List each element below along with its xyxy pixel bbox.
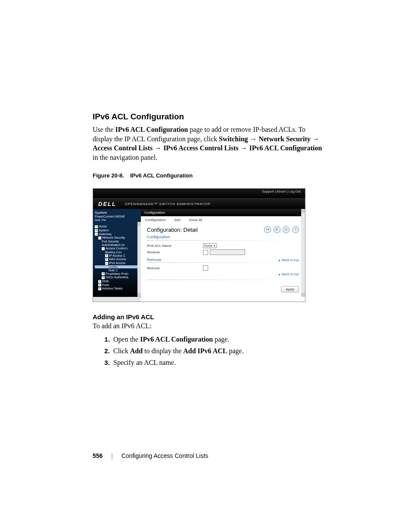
subsection-heading: Adding an IPv6 ACL [93, 313, 325, 320]
app-title: OPENMANAGE™ SWITCH ADMINISTRATOR [125, 202, 210, 206]
step-3: Specify an ACL name. [112, 358, 325, 368]
expand-icon[interactable]: + [105, 254, 108, 257]
collapse-icon[interactable]: – [105, 262, 108, 265]
sidebar-item-system[interactable]: +System [95, 229, 140, 232]
dell-logo: DELL [98, 201, 116, 207]
arrow-icon: → [311, 135, 319, 143]
breadcrumb: Configuration [141, 209, 305, 216]
section-paragraph: Use the IPv6 ACL Configuration page to a… [93, 125, 325, 162]
sidebar-item-binding[interactable]: Binding Con [95, 251, 140, 254]
figure-caption: Figure 20-8.IPv6 ACL Configuration [93, 172, 325, 179]
section-heading: IPv6 ACL Configuration [93, 112, 325, 121]
nav-step: Network Security [258, 135, 310, 143]
sidebar-item-rulec[interactable]: Rule C [95, 269, 140, 272]
sidebar-model: PowerConnect M6348 [95, 215, 140, 218]
sidebar-hscrollbar[interactable] [93, 297, 141, 302]
expand-icon[interactable]: + [95, 229, 98, 232]
sidebar-item-slots[interactable]: +Slots [95, 280, 140, 283]
nav-step: Access Control Lists [93, 144, 153, 152]
expand-icon[interactable]: + [98, 287, 101, 290]
figure-screenshot: Support | About | Log Out DELL OPENMANAG… [93, 188, 305, 302]
sidebar-item-ipacc[interactable]: +IP Access C [95, 254, 140, 258]
subsection-lead: To add an IPv6 ACL: [93, 322, 325, 330]
sidebar-item-switching[interactable]: –Switching [95, 233, 140, 236]
sidebar-item-addr[interactable]: +Address Tables [95, 287, 140, 290]
nav-step: Switching [219, 135, 248, 143]
toolbar-icons: H ⎙ C ? [263, 226, 299, 233]
chapter-title: Configuring Access Control Lists [121, 452, 209, 459]
tab-add[interactable]: Add [174, 218, 180, 222]
text: in the navigation panel. [93, 154, 157, 161]
top-links[interactable]: Support | About | Log Out [93, 189, 305, 198]
tab-bar: Configuration Add Show All [141, 216, 305, 224]
tab-configuration[interactable]: Configuration [145, 218, 166, 222]
nav-sidebar[interactable]: System PowerConnect M6348 root, r/w –Hom… [93, 209, 141, 297]
sidebar-item-config[interactable]: Config [95, 265, 140, 268]
sidebar-item-authusers[interactable]: Authenticated Us [95, 243, 140, 246]
sidebar-item-home[interactable]: –Home [95, 225, 140, 228]
sidebar-item-ports[interactable]: +Ports [95, 283, 140, 287]
section-label-remove: Remove [147, 258, 162, 262]
figure-title: IPv6 ACL Configuration [130, 172, 193, 179]
text-bold: IPv6 ACL Configuration [115, 126, 188, 133]
save-icon[interactable]: H [264, 226, 271, 233]
sidebar-system-label: System [95, 211, 140, 215]
nav-step: IPv6 Access Control Lists [163, 144, 238, 152]
apply-button[interactable]: Apply [281, 286, 299, 292]
checkbox-remove[interactable] [203, 265, 208, 271]
print-icon[interactable]: ⎙ [274, 226, 280, 233]
sidebar-item-proto[interactable]: +Proprietary Proto [95, 272, 140, 276]
footer-separator: | [111, 452, 113, 459]
sidebar-item-netsec[interactable]: –Network Security [95, 236, 140, 240]
sidebar-item-dot1x[interactable]: +Dot1x Authentica [95, 276, 140, 279]
expand-icon[interactable]: + [102, 276, 105, 279]
checkbox-rename[interactable] [203, 250, 208, 255]
arrow-icon: → [153, 144, 163, 152]
tab-show-all[interactable]: Show All [189, 218, 202, 222]
expand-icon[interactable]: + [105, 258, 108, 261]
collapse-icon[interactable]: – [95, 225, 98, 228]
collapse-icon[interactable]: – [102, 247, 105, 250]
back-to-top-link[interactable]: Back to top [278, 272, 299, 276]
brand-bar: DELL OPENMANAGE™ SWITCH ADMINISTRATOR [93, 198, 305, 209]
expand-icon[interactable]: + [102, 272, 105, 275]
steps-list: Open the IPv6 ACL Configuration page. Cl… [93, 334, 325, 368]
back-to-top-link[interactable]: Back to top [278, 258, 299, 262]
sidebar-user: root, r/w [95, 218, 140, 221]
section-label-configuration: Configuration [147, 235, 299, 240]
collapse-icon[interactable]: – [98, 236, 101, 240]
sidebar-item-portsec[interactable]: Port Security [95, 240, 140, 243]
arrow-icon: → [248, 135, 259, 143]
arrow-icon: → [239, 144, 249, 152]
select-ipv6-acl-name[interactable]: None [203, 243, 217, 248]
sidebar-item-macacc[interactable]: +MAC Access [95, 258, 140, 261]
figure-number: Figure 20-8. [93, 172, 124, 179]
main-panel: Configuration Configuration Add Show All… [141, 209, 305, 297]
expand-icon[interactable]: + [98, 280, 101, 283]
help-icon[interactable]: ? [292, 226, 299, 233]
label-rename: Rename [147, 250, 203, 254]
text: Use the [93, 126, 115, 133]
step-2: Click Add to display the Add IPv6 ACL pa… [112, 346, 325, 356]
main-scrollbar[interactable] [301, 209, 305, 297]
label-ipv6-acl-name: IPv6 ACL Name [147, 244, 203, 248]
sidebar-item-acl[interactable]: –Access Control L [95, 247, 140, 250]
panel-title: Configuration: Detail [147, 227, 198, 233]
collapse-icon[interactable]: – [95, 233, 98, 236]
page-number: 556 [93, 452, 103, 459]
nav-step: IPv6 ACL Configuration [249, 144, 322, 152]
input-rename[interactable] [210, 249, 245, 255]
page-footer: 556 | Configuring Access Control Lists [93, 452, 325, 459]
step-1: Open the IPv6 ACL Configuration page. [112, 334, 325, 345]
sidebar-item-ipv6acc[interactable]: –IPv6 Access [95, 261, 140, 265]
refresh-icon[interactable]: C [283, 226, 290, 233]
label-remove: Remove [147, 266, 203, 270]
sidebar-scrollbar[interactable] [137, 222, 141, 297]
expand-icon[interactable]: + [98, 283, 101, 286]
